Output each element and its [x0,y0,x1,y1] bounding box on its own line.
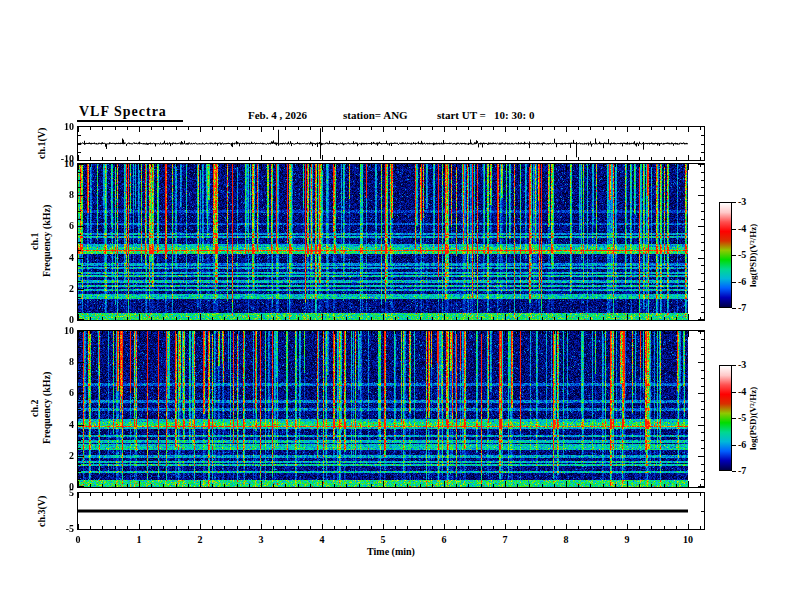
tick-label: 6 [432,534,456,546]
panel-ch1-waveform [77,126,705,161]
colorbar-tick [732,471,736,472]
tick-label: 10 [55,325,74,337]
spec2-frequency-axis-label: Frequency (kHz) [41,330,52,486]
vlf-spectra-page: VLF Spectra Feb. 4 , 2026 station= ANG s… [0,0,792,612]
ch1-waveform-plot [78,127,704,160]
colorbar-ch1 [719,202,732,308]
page-title: VLF Spectra [77,104,183,122]
colorbar-tick [732,229,736,230]
tick-label: 3 [249,534,273,546]
tick-label: -7 [738,302,758,314]
tick-label: 7 [493,534,517,546]
colorbar-tick [732,308,736,309]
spec1-channel-axis-label: ch.1 [29,163,40,319]
ch3-waveform-plot [78,493,704,529]
tick-label: 0 [66,534,90,546]
header-start-ut: start UT = 10: 30: 0 [437,109,534,121]
tick-label: -5 [738,249,758,261]
tick-label: -4 [738,223,758,235]
colorbar-ch2 [719,365,732,471]
tick-label: 9 [615,534,639,546]
tick-label: -3 [738,196,758,208]
tick-label: 2 [55,450,74,462]
tick-label: 8 [554,534,578,546]
colorbar-tick [732,418,736,419]
spec1-frequency-axis-label: Frequency (kHz) [41,163,52,319]
tick-label: 6 [55,220,74,232]
tick-label: 4 [55,252,74,264]
tick-label: 8 [55,189,74,201]
tick-label: -4 [738,386,758,398]
tick-label: 6 [55,387,74,399]
panel-ch2-spectrogram [77,330,705,488]
ch2-spectrogram [78,331,704,487]
tick-label: 5 [371,534,395,546]
tick-label: 2 [55,283,74,295]
panel-ch1-spectrogram [77,163,705,321]
panel-ch3-waveform [77,492,705,530]
tick-label: 8 [55,356,74,368]
tick-label: -3 [738,359,758,371]
colorbar-tick [732,282,736,283]
tick-label: 4 [55,419,74,431]
tick-label: 5 [50,487,74,499]
tick-label: -6 [738,276,758,288]
tick-label: -5 [738,412,758,424]
ch1-spectrogram [78,164,704,320]
colorbar-tick [732,392,736,393]
tick-label: 2 [188,534,212,546]
colorbar-tick [732,365,736,366]
tick-label: 1 [127,534,151,546]
tick-label: -6 [738,439,758,451]
header-station: station= ANG [343,109,408,121]
ch3-voltage-axis-label: ch.3(V) [36,481,47,541]
tick-label: -10 [50,153,74,165]
tick-label: 4 [310,534,334,546]
header-date: Feb. 4 , 2026 [248,109,307,121]
tick-label: 10 [50,121,74,133]
colorbar-tick [732,445,736,446]
colorbar-tick [732,255,736,256]
tick-label: 10 [676,534,700,546]
spec2-channel-axis-label: ch.2 [29,330,40,486]
colorbar-tick [732,202,736,203]
tick-label: -7 [738,465,758,477]
time-axis-title: Time (min) [331,546,451,557]
